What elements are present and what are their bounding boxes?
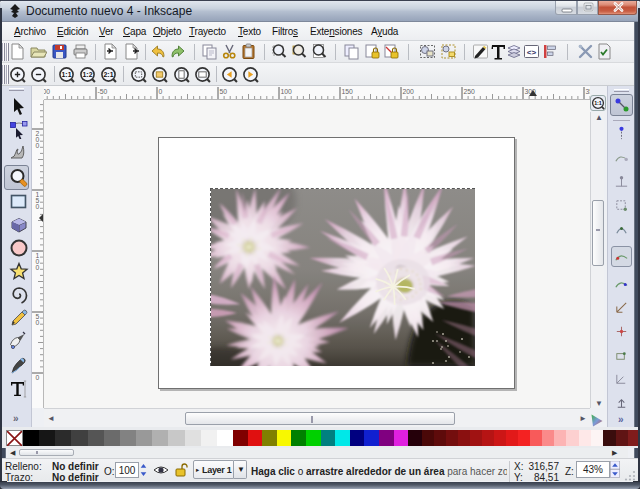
svg-text:0: 0 (36, 374, 40, 381)
svg-text:150: 150 (342, 88, 354, 95)
svg-text:150: 150 (36, 191, 40, 210)
svg-text:-100: -100 (44, 88, 50, 95)
svg-text:100: 100 (281, 88, 293, 95)
svg-text:50: 50 (220, 88, 228, 95)
svg-text:1:1: 1:1 (62, 71, 72, 78)
svg-text:200: 200 (36, 130, 40, 149)
svg-text:50: 50 (36, 313, 40, 326)
svg-text:250: 250 (464, 88, 476, 95)
svg-text:<>: <> (527, 48, 537, 57)
svg-text:2:1: 2:1 (104, 71, 114, 78)
svg-text:1:2: 1:2 (83, 71, 93, 78)
svg-text:100: 100 (36, 252, 40, 271)
svg-text:200: 200 (403, 88, 415, 95)
svg-text:-50: -50 (98, 88, 108, 95)
svg-text:1:1: 1:1 (594, 100, 602, 106)
svg-text:350: 350 (586, 88, 591, 95)
svg-text:0: 0 (159, 88, 163, 95)
